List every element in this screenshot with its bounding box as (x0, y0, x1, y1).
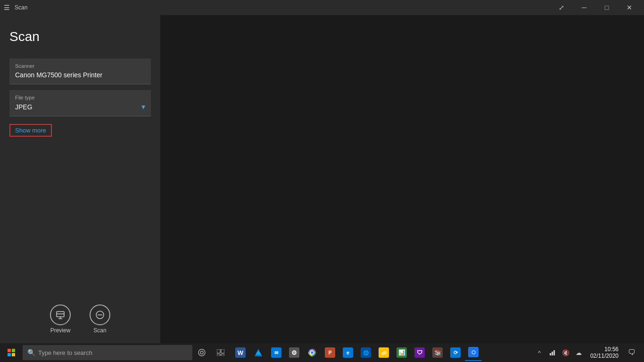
scanner-value: Canon MG7500 series Printer (15, 71, 102, 79)
svg-point-10 (198, 349, 205, 356)
taskbar: 🔍 Type here to search W (0, 343, 644, 362)
svg-rect-21 (550, 353, 551, 355)
filetype-label: File type (15, 95, 145, 100)
svg-point-11 (200, 351, 203, 354)
system-tray: ^ 🔇 ☁ (534, 343, 585, 362)
show-more-button[interactable]: Show more (9, 124, 52, 137)
svg-rect-23 (553, 350, 555, 355)
svg-rect-8 (8, 353, 11, 356)
svg-rect-13 (221, 349, 224, 353)
svg-rect-15 (221, 354, 224, 356)
taskbar-app-scan[interactable]: ⬡ (465, 344, 482, 361)
title-bar-title: Scan (15, 4, 27, 11)
app-area: Scan Scanner Canon MG7500 series Printer… (0, 15, 644, 343)
svg-marker-17 (256, 351, 261, 354)
filetype-row: JPEG ▾ (15, 102, 145, 111)
taskbar-app-edge-old[interactable]: e (339, 344, 356, 361)
svg-rect-14 (217, 354, 220, 356)
notification-button[interactable]: 🗨 (624, 343, 639, 362)
taskbar-app-settings[interactable]: ⚙ (286, 344, 303, 361)
preview-label: Preview (50, 327, 71, 334)
tray-chevron[interactable]: ^ (534, 343, 545, 362)
svg-rect-12 (217, 349, 220, 353)
scan-label: Scan (93, 327, 106, 334)
scanner-field[interactable]: Scanner Canon MG7500 series Printer (9, 58, 151, 84)
taskbar-app-powerpoint[interactable]: P (322, 344, 339, 361)
taskbar-app-app1[interactable]: 🌐 (357, 344, 374, 361)
scanner-label: Scanner (15, 63, 145, 69)
cortana-button[interactable] (192, 343, 211, 362)
taskbar-app-app3[interactable]: 🛡 (411, 344, 428, 361)
clock[interactable]: 10:56 02/11/2020 (587, 346, 621, 359)
title-bar-left: ☰ Scan (4, 4, 27, 11)
svg-point-20 (311, 351, 314, 354)
tray-onedrive[interactable]: ☁ (573, 343, 585, 362)
taskbar-app-photos[interactable] (250, 344, 267, 361)
minimize-button[interactable]: ─ (573, 0, 595, 15)
search-input[interactable]: Type here to search (38, 349, 92, 356)
search-bar[interactable]: 🔍 Type here to search (23, 345, 192, 360)
preview-action[interactable]: Preview (50, 304, 71, 334)
taskbar-app-chrome[interactable] (304, 344, 321, 361)
taskbar-app-explorer[interactable]: 📁 (375, 344, 392, 361)
taskbar-app-mail[interactable]: ✉ (268, 344, 285, 361)
taskbar-apps: W ✉ ⚙ (230, 344, 534, 361)
clock-time: 10:56 (604, 346, 619, 353)
maximize-button[interactable]: □ (596, 0, 618, 15)
expand-button[interactable]: ⤢ (551, 0, 572, 15)
start-button[interactable] (0, 343, 23, 362)
task-view-button[interactable] (211, 343, 230, 362)
close-button[interactable]: ✕ (619, 0, 640, 15)
taskbar-app-app2[interactable]: 📊 (393, 344, 410, 361)
title-bar-controls: ⤢ ─ □ ✕ (551, 0, 640, 15)
page-title: Scan (9, 29, 151, 44)
chevron-down-icon: ▾ (141, 102, 145, 111)
tray-network[interactable] (547, 343, 558, 362)
search-icon: 🔍 (27, 349, 35, 356)
title-bar: ☰ Scan ⤢ ─ □ ✕ (0, 0, 644, 15)
filetype-field[interactable]: File type JPEG ▾ (9, 90, 151, 116)
hamburger-icon[interactable]: ☰ (4, 4, 10, 11)
taskbar-app-edge[interactable]: ⟳ (447, 344, 464, 361)
filetype-value: JPEG (15, 103, 33, 111)
left-panel: Scan Scanner Canon MG7500 series Printer… (0, 15, 160, 343)
left-panel-bottom: Preview Scan (0, 304, 160, 338)
clock-date: 02/11/2020 (590, 353, 619, 359)
scan-icon (90, 304, 110, 325)
svg-rect-22 (552, 352, 553, 355)
tray-volume[interactable]: 🔇 (560, 343, 571, 362)
svg-rect-9 (12, 353, 15, 356)
preview-icon (50, 304, 71, 325)
right-panel (160, 15, 644, 343)
taskbar-app-books[interactable]: 📚 (429, 344, 446, 361)
taskbar-app-word[interactable]: W (232, 344, 249, 361)
taskbar-right: ^ 🔇 ☁ 10:56 02/11/2020 🗨 (534, 343, 644, 362)
scan-action[interactable]: Scan (90, 304, 110, 334)
svg-rect-7 (12, 349, 15, 352)
svg-rect-6 (8, 349, 11, 352)
